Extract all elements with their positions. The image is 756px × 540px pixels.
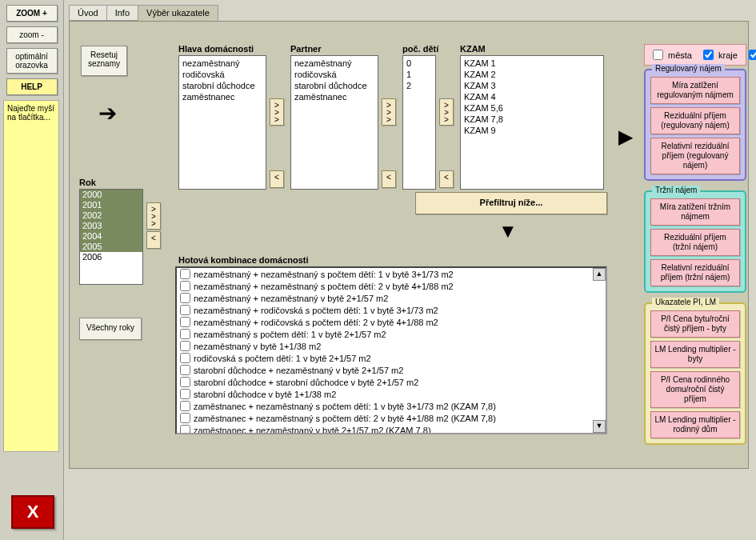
close-button[interactable]: X: [11, 495, 54, 529]
combo-row[interactable]: nezaměstnaný + rodičovská s počtem dětí:…: [177, 316, 606, 328]
combo-row[interactable]: nezaměstnaný s počtem dětí: 1 v bytě 2+1…: [177, 328, 606, 340]
list-rok[interactable]: 2000 2001 2002 2003 2004 2005 2006: [79, 189, 143, 285]
combo-checkbox[interactable]: [180, 293, 190, 303]
combo-row[interactable]: nezaměstnaný + nezaměstnaný s počtem dět…: [177, 268, 606, 280]
rok-remove-button[interactable]: <: [146, 231, 161, 249]
combo-row[interactable]: nezaměstnaný + nezaměstnaný s počtem dět…: [177, 280, 606, 292]
list-item[interactable]: KZAM 3: [462, 80, 602, 91]
list-item[interactable]: 2001: [80, 200, 142, 210]
deti-add-button[interactable]: >>>: [439, 98, 454, 126]
btn-mira-reg[interactable]: Míra zatížení regulovaným nájmem: [650, 77, 740, 104]
combo-checkbox[interactable]: [180, 269, 190, 279]
filter-kraje[interactable]: kraje: [700, 47, 738, 62]
combo-checkbox[interactable]: [180, 377, 190, 387]
optimal-screen-button[interactable]: optimální orazovka: [6, 48, 58, 74]
btn-rezid-reg[interactable]: Reziduální příjem (regulovaný nájem): [650, 107, 740, 134]
combo-row[interactable]: zaměstnanec + nezaměstnaný s počtem dětí…: [177, 412, 606, 424]
list-item[interactable]: rodičovská: [293, 69, 376, 80]
list-item[interactable]: nezaměstnaný: [181, 58, 264, 69]
partner-remove-button[interactable]: <: [382, 170, 396, 188]
all-years-button[interactable]: Všechny roky: [79, 318, 142, 340]
btn-mira-trzni[interactable]: Míra zatížení tržním nájmem: [650, 198, 740, 226]
deti-remove-button[interactable]: <: [439, 170, 454, 188]
hlava-add-button[interactable]: >>>: [270, 98, 284, 126]
combo-row[interactable]: nezaměstnaný v bytě 1+1/38 m2: [177, 340, 606, 352]
list-deti[interactable]: 0 1 2: [402, 55, 436, 190]
list-item[interactable]: zaměstnanec: [181, 91, 264, 102]
combo-checkbox[interactable]: [180, 413, 190, 423]
combo-row[interactable]: zaměstnanec + nezaměstnaný s počtem dětí…: [177, 400, 606, 412]
zoom-out-button[interactable]: zoom -: [6, 26, 58, 43]
list-item[interactable]: rodičovská: [181, 69, 264, 80]
list-item[interactable]: KZAM 7,8: [462, 114, 602, 125]
prefilter-button[interactable]: Přefiltruj níže...: [415, 192, 607, 214]
combo-text: nezaměstnaný + nezaměstnaný s počtem dět…: [194, 282, 454, 291]
combo-checkbox[interactable]: [180, 281, 190, 291]
combo-checkbox[interactable]: [180, 305, 190, 315]
list-item[interactable]: 2005: [80, 242, 142, 252]
arrow-right-icon: ➔: [98, 100, 117, 126]
list-item[interactable]: starobní důchodce: [293, 80, 376, 91]
combo-row[interactable]: starobní důchodce + nezaměstnaný v bytě …: [177, 364, 606, 376]
btn-lm-dum[interactable]: LM Lending multiplier - rodinný dům: [650, 411, 740, 438]
list-kzam[interactable]: KZAM 1 KZAM 2 KZAM 3 KZAM 4 KZAM 5,6 KZA…: [460, 55, 604, 190]
combo-text: nezaměstnaný + nezaměstnaný s počtem dět…: [194, 270, 454, 279]
list-item[interactable]: 0: [405, 58, 434, 69]
btn-pi-byt[interactable]: P/I Cena bytu/roční čistý příjem - byty: [650, 310, 740, 338]
tab-vyber[interactable]: Výběr ukazatele: [138, 5, 218, 21]
btn-lm-byt[interactable]: LM Lending multiplier - byty: [650, 341, 740, 368]
filter-cr[interactable]: ČR: [746, 47, 756, 62]
btn-rel-rezid-trzni[interactable]: Relativní reziduální příjem (tržní nájem…: [650, 259, 740, 286]
combo-checkbox[interactable]: [180, 389, 190, 399]
combo-checkbox[interactable]: [180, 353, 190, 363]
list-item[interactable]: 2006: [80, 252, 142, 262]
list-item[interactable]: KZAM 4: [462, 91, 602, 102]
list-item[interactable]: 1: [405, 69, 434, 80]
combo-list[interactable]: nezaměstnaný + nezaměstnaný s počtem dět…: [175, 266, 607, 434]
filter-mesta[interactable]: města: [650, 47, 692, 62]
combo-checkbox[interactable]: [180, 329, 190, 339]
hlava-remove-button[interactable]: <: [270, 170, 284, 188]
list-item[interactable]: 2: [405, 80, 434, 91]
combo-checkbox[interactable]: [180, 401, 190, 411]
btn-rel-rezid-reg[interactable]: Relativní reziduální příjem (regulovaný …: [650, 138, 740, 174]
combo-row[interactable]: zaměstnanec + nezaměstnaný v bytě 2+1/57…: [177, 424, 606, 434]
list-item[interactable]: zaměstnanec: [293, 91, 376, 102]
list-item[interactable]: KZAM 9: [462, 125, 602, 136]
tab-info[interactable]: Info: [106, 5, 138, 21]
combo-checkbox[interactable]: [180, 317, 190, 327]
btn-rezid-trzni[interactable]: Reziduální příjem (tržní nájem): [650, 229, 740, 256]
btn-pi-dum[interactable]: P/I Cena rodinného domu/roční čistý příj…: [650, 371, 740, 408]
combo-checkbox[interactable]: [180, 365, 190, 375]
list-item[interactable]: KZAM 1: [462, 58, 602, 69]
combo-row[interactable]: nezaměstnaný + nezaměstnaný v bytě 2+1/5…: [177, 292, 606, 304]
main-area: Resetuj seznamy ➔ Hlava domácnosti nezam…: [69, 21, 749, 469]
rok-box: Rok 2000 2001 2002 2003 2004 2005 2006: [79, 178, 143, 285]
combo-row[interactable]: starobní důchodce v bytě 1+1/38 m2: [177, 388, 606, 400]
help-button[interactable]: HELP: [6, 78, 58, 95]
list-item[interactable]: starobní důchodce: [181, 80, 264, 91]
combo-checkbox[interactable]: [180, 341, 190, 351]
list-item[interactable]: KZAM 2: [462, 69, 602, 80]
tab-uvod[interactable]: Úvod: [69, 5, 107, 21]
scroll-down-button[interactable]: ▼: [593, 420, 606, 433]
combo-row[interactable]: starobní důchodce + starobní důchodce v …: [177, 376, 606, 388]
rok-add-button[interactable]: >>>: [146, 202, 161, 230]
list-hlava[interactable]: nezaměstnaný rodičovská starobní důchodc…: [178, 55, 266, 190]
list-partner[interactable]: nezaměstnaný rodičovská starobní důchodc…: [290, 55, 378, 190]
list-item[interactable]: nezaměstnaný: [293, 58, 376, 69]
reset-lists-button[interactable]: Resetuj seznamy: [81, 46, 127, 76]
combo-row[interactable]: rodičovská s počtem dětí: 1 v bytě 2+1/5…: [177, 352, 606, 364]
scroll-up-button[interactable]: ▲: [593, 268, 606, 281]
list-item[interactable]: KZAM 5,6: [462, 102, 602, 114]
partner-add-button[interactable]: >>>: [382, 98, 396, 126]
list-item[interactable]: 2002: [80, 210, 142, 221]
list-item[interactable]: 2004: [80, 231, 142, 242]
combo-text: nezaměstnaný v bytě 1+1/38 m2: [194, 342, 321, 351]
combo-checkbox[interactable]: [180, 425, 190, 434]
combo-row[interactable]: nezaměstnaný + rodičovská s počtem dětí:…: [177, 304, 606, 316]
col-hlava-label: Hlava domácnosti: [178, 44, 274, 54]
list-item[interactable]: 2003: [80, 221, 142, 231]
zoom-in-button[interactable]: ZOOM +: [6, 5, 58, 22]
list-item[interactable]: 2000: [80, 190, 142, 200]
